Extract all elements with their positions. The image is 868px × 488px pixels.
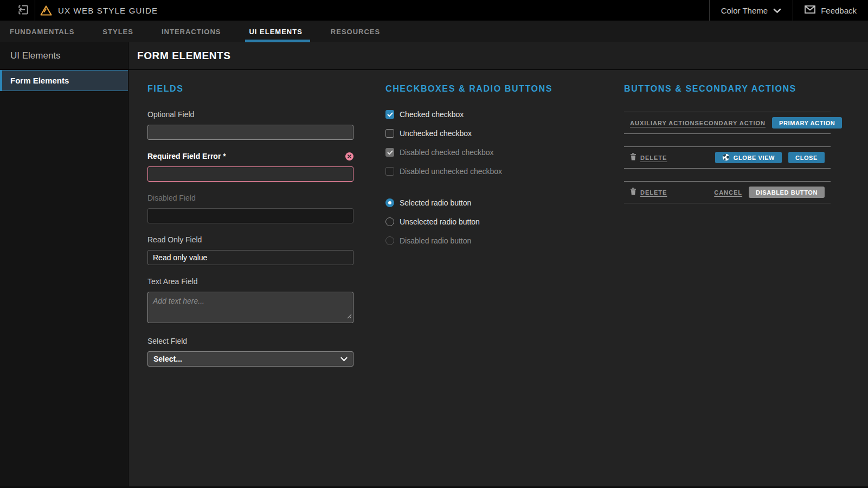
buttons-heading: BUTTONS & SECONDARY ACTIONS — [624, 84, 831, 94]
select-field-block: Select Field Select... — [147, 337, 353, 367]
optional-field-block: Optional Field — [147, 110, 353, 140]
checkbox-checked[interactable]: Checked checkbox — [385, 110, 613, 119]
checkbox-checked-box — [385, 110, 394, 119]
trash-icon — [630, 153, 636, 163]
optional-field-input[interactable] — [147, 125, 353, 140]
button-row-1: AUXILIARY ACTION SECONDARY ACTION PRIMAR… — [624, 112, 831, 134]
top-bar: UX WEB STYLE GUIDE Color Theme Feedback — [0, 0, 868, 21]
checkbox-label: Unchecked checkbox — [400, 129, 472, 138]
envelope-icon — [805, 5, 815, 15]
checkbox-disabled-checked: Disabled checked checkbox — [385, 148, 613, 157]
page-title: FORM ELEMENTS — [137, 50, 230, 62]
trash-icon — [630, 188, 636, 197]
select-field-value: Select... — [153, 355, 182, 363]
textarea-field-input[interactable] — [147, 292, 353, 323]
checkbox-unchecked[interactable]: Unchecked checkbox — [385, 129, 613, 138]
sidebar-heading: UI Elements — [0, 42, 128, 70]
checkbox-disabled-unchecked-box — [385, 167, 394, 176]
sidebar-item-form-elements[interactable]: Form Elements — [0, 70, 128, 91]
checkbox-label: Checked checkbox — [400, 110, 464, 119]
delete-link[interactable]: DELETE — [630, 188, 667, 197]
tab-interactions[interactable]: INTERACTIONS — [162, 21, 221, 42]
page-content: FIELDS Optional Field Required Field Err… — [128, 70, 868, 486]
checkbox-label: Disabled checked checkbox — [400, 148, 494, 157]
textarea-field-label: Text Area Field — [147, 277, 353, 286]
page-header: FORM ELEMENTS — [128, 42, 868, 70]
resize-handle-icon[interactable] — [347, 311, 352, 321]
checkboxes-section: CHECKBOXES & RADIO BUTTONS Checked check… — [385, 84, 613, 255]
globe-icon — [722, 153, 730, 162]
fields-section: FIELDS Optional Field Required Field Err… — [147, 84, 353, 378]
cancel-link[interactable]: CANCEL — [714, 189, 742, 196]
fields-heading: FIELDS — [147, 84, 353, 94]
select-field-input[interactable]: Select... — [147, 351, 353, 367]
select-field-label: Select Field — [147, 337, 353, 345]
readonly-field-label: Read Only Field — [147, 235, 353, 244]
tab-styles[interactable]: STYLES — [102, 21, 133, 42]
disabled-field-input — [147, 208, 353, 223]
logo-triangle-icon — [40, 5, 53, 16]
auxiliary-action-link[interactable]: AUXILIARY ACTION — [630, 120, 695, 126]
select-chevron-icon — [340, 355, 348, 363]
required-field-input[interactable] — [147, 166, 353, 182]
secondary-action-link[interactable]: SECONDARY ACTION — [695, 120, 766, 126]
radio-disabled-control — [385, 236, 394, 245]
disabled-button: DISABLED BUTTON — [749, 187, 825, 198]
error-icon — [345, 152, 353, 160]
disabled-field-label: Disabled Field — [147, 194, 353, 202]
topbar-divider — [35, 0, 35, 21]
radio-selected-control — [385, 198, 394, 207]
app-window: UX WEB STYLE GUIDE Color Theme Feedback … — [0, 0, 868, 488]
radio-label: Unselected radio button — [400, 217, 480, 226]
radio-label: Disabled radio button — [400, 236, 471, 245]
checkbox-label: Disabled unchecked checkbox — [400, 167, 502, 176]
checkbox-disabled-checked-box — [385, 148, 394, 157]
close-button[interactable]: CLOSE — [788, 152, 825, 163]
sidebar: UI Elements Form Elements — [0, 42, 128, 486]
radio-label: Selected radio button — [400, 198, 471, 207]
textarea-field-block: Text Area Field — [147, 277, 353, 323]
button-row-2: DELETE — [624, 146, 831, 169]
button-row-3: DELETE CANCEL DISABLED BUTTON — [624, 181, 831, 203]
checkbox-unchecked-box — [385, 129, 394, 138]
collapse-icon — [17, 4, 29, 17]
tab-resources[interactable]: RESOURCES — [331, 21, 380, 42]
radio-group: Selected radio button Unselected radio b… — [385, 198, 613, 245]
primary-action-button[interactable]: PRIMARY ACTION — [772, 117, 842, 129]
readonly-field-block: Read Only Field — [147, 235, 353, 265]
color-theme-label: Color Theme — [721, 6, 768, 15]
readonly-field-input — [147, 250, 353, 265]
buttons-section: BUTTONS & SECONDARY ACTIONS AUXILIARY AC… — [624, 84, 831, 216]
collapse-panel-button[interactable] — [17, 4, 30, 17]
optional-field-label: Optional Field — [147, 110, 353, 119]
checkboxes-heading: CHECKBOXES & RADIO BUTTONS — [385, 84, 613, 94]
feedback-button[interactable]: Feedback — [793, 0, 868, 21]
checkbox-disabled-unchecked: Disabled unchecked checkbox — [385, 167, 613, 176]
tab-fundamentals[interactable]: FUNDAMENTALS — [10, 21, 74, 42]
delete-link[interactable]: DELETE — [630, 153, 667, 163]
globe-view-button[interactable]: GLOBE VIEW — [715, 152, 782, 163]
radio-selected[interactable]: Selected radio button — [385, 198, 613, 207]
primary-nav: FUNDAMENTALS STYLES INTERACTIONS UI ELEM… — [0, 21, 868, 42]
required-field-block: Required Field Error * — [147, 152, 353, 182]
tab-ui-elements[interactable]: UI ELEMENTS — [249, 21, 302, 42]
required-field-label: Required Field Error * — [147, 152, 226, 160]
disabled-field-block: Disabled Field — [147, 194, 353, 223]
radio-disabled: Disabled radio button — [385, 236, 613, 245]
radio-unselected[interactable]: Unselected radio button — [385, 217, 613, 226]
chevron-down-icon — [773, 6, 781, 15]
radio-unselected-control — [385, 217, 394, 226]
color-theme-dropdown[interactable]: Color Theme — [710, 0, 793, 21]
app-title: UX WEB STYLE GUIDE — [58, 6, 158, 15]
feedback-label: Feedback — [821, 6, 857, 15]
